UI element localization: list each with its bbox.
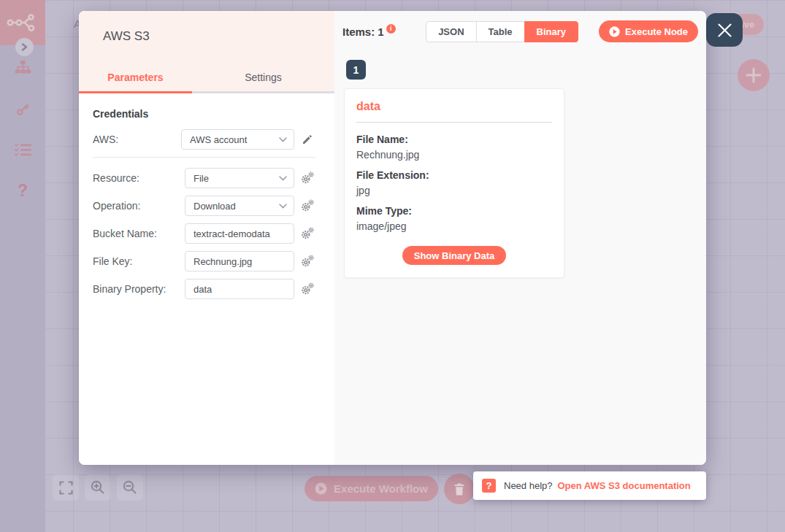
node-header: AWS S3 Parameters Settings	[79, 11, 334, 93]
file-key-input[interactable]	[185, 251, 294, 271]
add-node-button[interactable]	[738, 59, 770, 91]
parameters-panel: AWS S3 Parameters Settings Credentials A…	[79, 11, 334, 465]
credential-row-aws: AWS: AWS account	[93, 129, 315, 150]
question-square-icon: ?	[482, 479, 496, 493]
operation-options-button[interactable]	[299, 199, 315, 212]
binary-field-label: File Name:	[356, 132, 552, 147]
zoom-out-button[interactable]	[117, 474, 143, 501]
play-circle-icon	[609, 26, 620, 37]
binary-field-value: Rechnung.jpg	[356, 147, 552, 163]
magnifier-plus-icon	[91, 480, 105, 495]
parameters-body: Credentials AWS: AWS account Resource:	[79, 93, 334, 307]
select-value: Download	[194, 201, 236, 212]
parameter-row-resource: Resource: File	[93, 168, 315, 188]
magnifier-minus-icon	[123, 480, 137, 495]
view-button-binary[interactable]: Binary	[524, 21, 578, 42]
key-icon	[15, 101, 31, 117]
binary-field-file-extension: File Extension: jpg	[356, 168, 552, 198]
chevron-down-icon	[279, 204, 287, 209]
credentials-divider	[93, 157, 315, 158]
show-binary-data-button[interactable]: Show Binary Data	[402, 246, 507, 265]
binary-field-file-name: File Name: Rechnung.jpg	[356, 132, 552, 163]
close-icon	[717, 23, 732, 38]
binary-field-label: File Extension:	[356, 168, 552, 183]
card-divider	[356, 122, 552, 123]
list-check-icon	[15, 143, 31, 157]
edit-credential-button[interactable]	[299, 134, 315, 145]
binary-field-mime-type: Mime Type: image/jpeg	[356, 204, 552, 234]
node-detail-modal: AWS S3 Parameters Settings Credentials A…	[79, 11, 706, 465]
gears-icon	[301, 199, 314, 212]
open-documentation-link[interactable]: Open AWS S3 documentation	[558, 480, 691, 491]
node-title: AWS S3	[103, 29, 150, 44]
chevron-down-icon	[279, 137, 287, 142]
parameter-row-operation: Operation: Download	[93, 196, 315, 216]
gears-icon	[301, 255, 314, 268]
chevron-right-icon	[21, 43, 28, 51]
chevron-down-icon	[279, 176, 287, 181]
credentials-heading: Credentials	[93, 108, 315, 120]
select-value: AWS account	[190, 134, 247, 145]
gears-icon	[301, 227, 314, 240]
field-label: File Key:	[93, 255, 185, 267]
expand-corners-icon	[59, 481, 73, 495]
help-toast: ? Need help? Open AWS S3 documentation	[473, 471, 706, 500]
field-label: AWS:	[93, 134, 181, 145]
bucket-name-input[interactable]	[185, 223, 294, 244]
field-label: Bucket Name:	[93, 228, 185, 239]
execute-node-button[interactable]: Execute Node	[599, 20, 698, 42]
file-key-options-button[interactable]	[299, 255, 315, 268]
sidebar-item-help[interactable]: ?	[0, 181, 45, 201]
field-label: Resource:	[93, 172, 185, 184]
execute-workflow-button[interactable]: Execute Workflow	[305, 476, 438, 501]
parameter-row-file-key: File Key:	[93, 251, 315, 271]
delete-node-button[interactable]	[444, 474, 475, 504]
node-tabs: Parameters Settings	[79, 63, 334, 93]
tab-parameters[interactable]: Parameters	[79, 63, 192, 93]
zoom-to-fit-button[interactable]	[53, 474, 79, 501]
tab-settings[interactable]: Settings	[192, 63, 334, 93]
play-circle-icon	[315, 482, 327, 495]
parameter-row-binary-property: Binary Property:	[93, 279, 315, 299]
sidebar-item-executions[interactable]	[0, 143, 45, 157]
field-label: Binary Property:	[93, 283, 185, 295]
resource-options-button[interactable]	[299, 171, 315, 185]
output-view-switcher: JSON Table Binary	[426, 21, 578, 42]
binary-field-value: image/jpeg	[356, 219, 552, 234]
binary-property-title: data	[356, 100, 552, 113]
sidebar-item-credentials[interactable]	[0, 101, 45, 117]
execute-workflow-label: Execute Workflow	[334, 482, 428, 495]
view-button-table[interactable]: Table	[476, 21, 525, 42]
zoom-in-button[interactable]	[85, 474, 111, 501]
resource-select[interactable]: File	[185, 168, 294, 188]
binary-data-card: data File Name: Rechnung.jpg File Extens…	[344, 88, 564, 278]
operation-select[interactable]: Download	[185, 196, 294, 216]
sidebar-item-workflows[interactable]	[0, 61, 45, 74]
output-header: Items: 1 i JSON Table Binary Execute Nod…	[342, 20, 698, 42]
sidebar-collapse-button[interactable]	[15, 38, 34, 56]
help-toast-text: Need help?	[504, 480, 553, 491]
close-modal-button[interactable]	[706, 13, 743, 47]
binary-field-label: Mime Type:	[356, 204, 552, 219]
field-label: Operation:	[93, 200, 185, 212]
binary-property-options-button[interactable]	[299, 282, 315, 296]
plus-icon	[746, 67, 762, 83]
view-button-json[interactable]: JSON	[426, 21, 476, 42]
execute-node-label: Execute Node	[625, 26, 688, 37]
gears-icon	[301, 282, 314, 296]
bucket-name-options-button[interactable]	[299, 227, 315, 240]
aws-credential-select[interactable]: AWS account	[181, 129, 294, 150]
n8n-logo-icon	[7, 12, 39, 34]
output-panel: Items: 1 i JSON Table Binary Execute Nod…	[334, 11, 706, 465]
question-mark-icon: ?	[18, 181, 28, 201]
binary-field-value: jpg	[356, 183, 552, 198]
select-value: File	[194, 173, 209, 184]
items-count-label: Items: 1	[342, 26, 384, 38]
parameter-row-bucket-name: Bucket Name:	[93, 223, 315, 244]
sitemap-icon	[15, 61, 31, 74]
sidebar: ?	[0, 0, 45, 532]
binary-property-input[interactable]	[185, 279, 294, 299]
item-index-badge: 1	[346, 60, 366, 80]
trash-icon	[453, 482, 466, 496]
info-circle-icon[interactable]: i	[386, 24, 396, 34]
